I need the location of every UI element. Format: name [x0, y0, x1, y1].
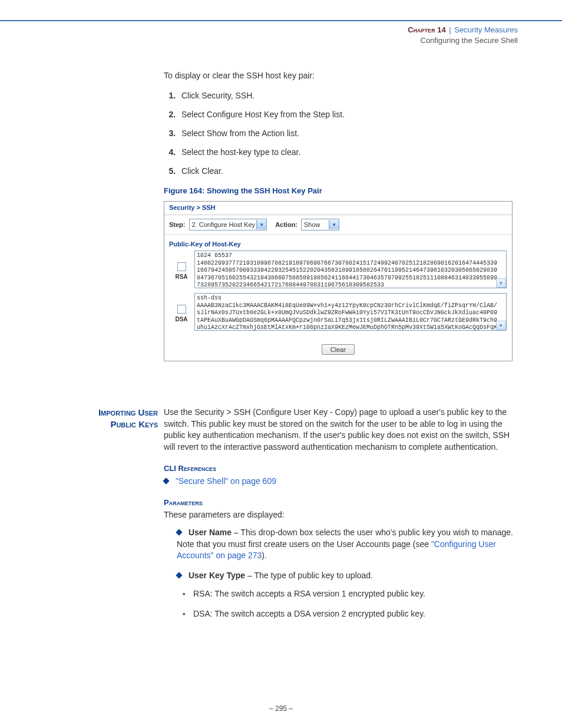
header-divider: |: [448, 25, 452, 34]
side-heading: Importing User Public Keys: [70, 407, 158, 430]
parameters-intro: These parameters are displayed:: [164, 509, 517, 521]
step-list: Click Security, SSH. Select Configure Ho…: [164, 91, 517, 176]
chapter-label: Chapter 14: [408, 25, 445, 34]
param-desc: – The type of public key to upload.: [245, 571, 373, 580]
parameters-heading: Parameters: [164, 498, 517, 508]
rsa-label: RSA: [170, 274, 193, 280]
chevron-down-icon: ▾: [256, 220, 266, 229]
param-name: User Name: [189, 528, 232, 537]
intro-text: To display or clear the SSH host key pai…: [164, 71, 517, 80]
step-select-value: 2. Configure Host Key: [192, 221, 256, 228]
parameter-list: User Name – This drop-down box selects t…: [164, 527, 517, 620]
scroll-down-icon[interactable]: ▾: [496, 278, 506, 288]
header-rule: [0, 20, 562, 21]
action-select-label: Action:: [275, 221, 297, 228]
panel-controls: Step: 2. Configure Host Key ▾ Action: Sh…: [164, 215, 512, 235]
header-subtopic: Configuring the Secure Shell: [408, 35, 518, 46]
step-item: Click Clear.: [178, 166, 517, 176]
diamond-bullet-icon: [176, 572, 182, 578]
step-item: Select the host-key type to clear.: [178, 147, 517, 157]
rsa-checkbox[interactable]: [177, 262, 186, 271]
sublist-item: RSA: The switch accepts a RSA version 1 …: [193, 588, 517, 600]
side-heading-line2: Public Keys: [70, 419, 158, 430]
page-header: Chapter 14 | Security Measures Configuri…: [408, 25, 518, 46]
host-key-table: RSA ▴ 1024 65537 14802209377721931099678…: [169, 250, 507, 335]
parameter-item: User Name – This drop-down box selects t…: [177, 527, 517, 562]
header-topic: Security Measures: [454, 25, 518, 34]
step-select-label: Step:: [169, 221, 186, 228]
dsa-checkbox[interactable]: [177, 305, 186, 314]
figure-panel: Security > SSH Step: 2. Configure Host K…: [164, 201, 513, 361]
step-select[interactable]: 2. Configure Host Key ▾: [189, 219, 267, 230]
parameter-item: User Key Type – The type of public key t…: [177, 570, 517, 620]
step-item: Select Configure Host Key from the Step …: [178, 110, 517, 119]
clear-button[interactable]: Clear: [322, 344, 355, 355]
panel-breadcrumb: Security > SSH: [164, 202, 512, 215]
dsa-key-textarea[interactable]: ssh-dss AAAAB3NzaC1kc3MAAACBAKM4i8EqUe89…: [194, 293, 507, 331]
rsa-key-textarea[interactable]: 1024 65537 14802209377721931099678821918…: [194, 251, 507, 288]
diamond-bullet-icon: [163, 477, 169, 484]
sublist-item: DSA: The switch accepts a DSA version 2 …: [193, 608, 517, 620]
dsa-label: DSA: [170, 316, 193, 322]
cli-reference-item: "Secure Shell" on page 609: [164, 476, 517, 487]
side-heading-line1: Importing User: [70, 407, 158, 419]
page-number: – 295 –: [0, 704, 562, 713]
action-select-value: Show: [304, 221, 328, 228]
key-type-sublist: RSA: The switch accepts a RSA version 1 …: [177, 588, 517, 620]
panel-section-title: Public-Key of Host-Key: [164, 235, 512, 250]
step-item: Select Show from the Action list.: [178, 129, 517, 138]
param-name: User Key Type: [189, 571, 245, 580]
diamond-bullet-icon: [176, 529, 182, 535]
figure-caption: Figure 164: Showing the SSH Host Key Pai…: [164, 186, 517, 195]
scroll-down-icon[interactable]: ▾: [496, 321, 506, 330]
chevron-down-icon: ▾: [329, 220, 339, 229]
step-item: Click Security, SSH.: [178, 91, 517, 100]
param-desc-tail: ).: [262, 551, 267, 560]
cli-references-heading: CLI References: [164, 463, 517, 474]
cli-reference-link[interactable]: "Secure Shell" on page 609: [176, 476, 276, 486]
section-paragraph: Use the Security > SSH (Configure User K…: [164, 407, 517, 453]
action-select[interactable]: Show ▾: [301, 219, 339, 230]
